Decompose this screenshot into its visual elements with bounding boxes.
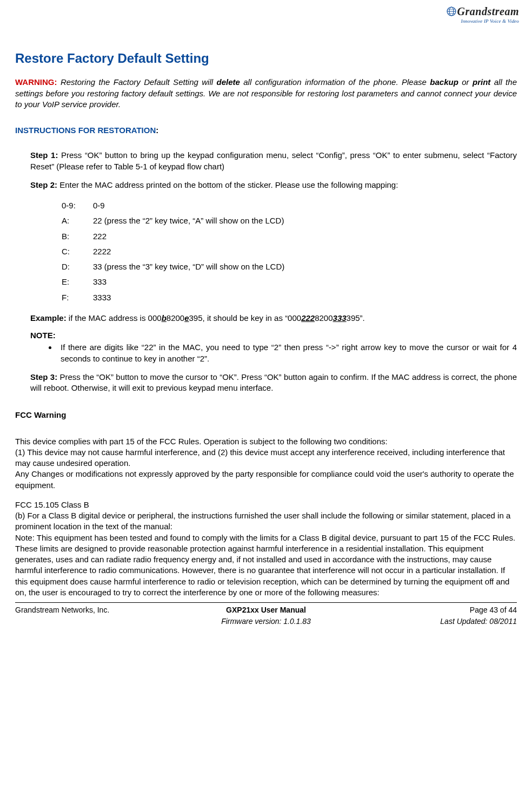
warning-paragraph: WARNING: Restoring the Factory Default S… — [15, 77, 517, 110]
fcc-p3: Any Changes or modifications not express… — [15, 469, 517, 491]
fcc-body: This device complies with part 15 of the… — [15, 436, 517, 599]
table-row: A:22 (press the “2” key twice, “A” will … — [62, 213, 289, 228]
key-mapping-table: 0-9:0-9 A:22 (press the “2” key twice, “… — [62, 198, 289, 305]
brand-name: Grandstream — [447, 4, 519, 19]
fcc-heading: FCC Warning — [15, 410, 517, 420]
page-footer: Grandstream Networks, Inc. GXP21xx User … — [15, 605, 517, 627]
footer-center: GXP21xx User Manual Firmware version: 1.… — [182, 605, 349, 627]
fcc-p6: Note: This equipment has been tested and… — [15, 532, 517, 599]
note-label: NOTE: — [30, 330, 517, 341]
footer-right: Page 43 of 44 Last Updated: 08/2011 — [350, 605, 517, 627]
list-item: If there are digits like “22” in the MAC… — [57, 342, 517, 364]
table-row: D:33 (press the “3” key twice, “D” will … — [62, 259, 289, 274]
step-2: Step 2: Enter the MAC address printed on… — [30, 180, 517, 190]
step-3-text: Press the “OK” button to move the cursor… — [30, 372, 517, 392]
step-1-label: Step 1: — [30, 150, 58, 160]
fcc-p1: This device complies with part 15 of the… — [15, 436, 517, 447]
fcc-p2: (1) This device may not cause harmful in… — [15, 447, 517, 469]
table-row: F:3333 — [62, 290, 289, 305]
fcc-p4: FCC 15.105 Class B — [15, 499, 517, 510]
page-title: Restore Factory Default Setting — [15, 50, 517, 67]
table-row: C:2222 — [62, 244, 289, 259]
step-1-text: Press “OK” button to bring up the keypad… — [30, 150, 517, 170]
step-3-label: Step 3: — [30, 372, 57, 382]
example-line: Example: if the MAC address is 000b8200e… — [30, 313, 517, 324]
step-2-label: Step 2: — [30, 180, 57, 189]
fcc-p5: (b) For a Class B digital device or peri… — [15, 510, 517, 532]
footer-left: Grandstream Networks, Inc. — [15, 605, 182, 627]
table-row: 0-9:0-9 — [62, 198, 289, 213]
table-row: B:222 — [62, 229, 289, 244]
brand-text: Grandstream — [457, 5, 519, 17]
footer-divider — [15, 602, 517, 603]
warning-label: WARNING: — [15, 77, 57, 87]
step-1: Step 1: Press “OK” button to bring up th… — [30, 150, 517, 172]
table-row: E:333 — [62, 274, 289, 290]
globe-icon — [447, 6, 456, 16]
step-2-text: Enter the MAC address printed on the bot… — [57, 180, 398, 189]
instructions-heading: INSTRUCTIONS FOR RESTORATION: — [15, 125, 517, 136]
note-list: If there are digits like “22” in the MAC… — [45, 342, 517, 364]
brand-logo: Grandstream Innovative IP Voice & Video — [447, 4, 519, 24]
step-3: Step 3: Press the “OK” button to move th… — [30, 372, 517, 394]
